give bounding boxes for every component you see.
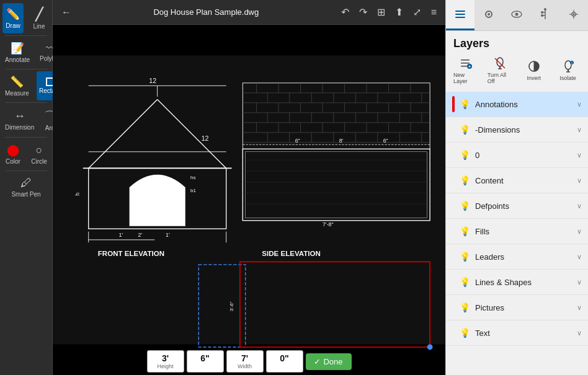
- layer-visibility-icon[interactable]: 💡: [460, 99, 470, 109]
- file-title: Dog House Plan Sample.dwg: [80, 7, 332, 17]
- layer-visibility-icon[interactable]: 💡: [460, 302, 470, 312]
- new-layer-button[interactable]: + New Layer: [451, 54, 481, 87]
- layer-expand-icon[interactable]: ∨: [577, 329, 582, 337]
- svg-text:SIDE ELEVATION: SIDE ELEVATION: [262, 250, 320, 257]
- layer-item-pictures[interactable]: 💡 Pictures ∨: [446, 295, 588, 320]
- layer-expand-icon[interactable]: ∨: [577, 202, 582, 210]
- undo-button[interactable]: ↶: [337, 4, 353, 20]
- layer-expand-icon[interactable]: ∨: [577, 177, 582, 185]
- layer-visibility-icon[interactable]: 💡: [460, 150, 470, 160]
- svg-text:FRONT ELEVATION: FRONT ELEVATION: [98, 250, 164, 257]
- back-button[interactable]: ←: [58, 4, 75, 20]
- svg-text:b1: b1: [190, 188, 196, 193]
- tab-tree[interactable]: [531, 0, 559, 30]
- canvas-area[interactable]: 12 1' 2' 1' 12 hs b1 h FRONT ELEVATION: [53, 25, 445, 375]
- fullscreen-button[interactable]: ⤢: [409, 4, 425, 20]
- layer-visibility-icon[interactable]: 💡: [460, 226, 470, 236]
- svg-text:hs: hs: [190, 175, 195, 180]
- menu-button[interactable]: ≡: [427, 4, 440, 20]
- svg-text:12: 12: [149, 77, 156, 84]
- annotate-icon: 📝: [11, 42, 24, 55]
- layer-item-0[interactable]: 💡 0 ∨: [446, 143, 588, 168]
- layer-active-indicator: [452, 274, 455, 290]
- layer-expand-icon[interactable]: ∨: [577, 253, 582, 261]
- new-layer-icon: +: [459, 56, 473, 70]
- tool-measure[interactable]: 📏 Measure: [2, 71, 32, 100]
- height-inches-field[interactable]: 6": [186, 350, 223, 373]
- top-bar-icons: ↶ ↷ ⊞ ⬆ ⤢ ≡: [337, 4, 440, 20]
- layer-item-content[interactable]: 💡 Content ∨: [446, 168, 588, 193]
- layer-item-annotations[interactable]: 💡 Annotations ∨: [446, 92, 588, 117]
- layer-item-dimensions[interactable]: 💡 -Dimensions ∨: [446, 117, 588, 143]
- tab-view[interactable]: [503, 0, 532, 30]
- tool-color[interactable]: ⬤ Color: [2, 139, 24, 169]
- svg-rect-93: [455, 14, 465, 15]
- tool-line[interactable]: ╱ Line: [29, 3, 50, 33]
- layer-active-indicator: [452, 198, 455, 214]
- layer-item-leaders[interactable]: 💡 Leaders ∨: [446, 244, 588, 270]
- done-button[interactable]: ✓ Done: [305, 353, 351, 370]
- redo-button[interactable]: ↷: [355, 4, 371, 20]
- tool-annotate[interactable]: 📝 Annotate: [2, 38, 32, 67]
- invert-button[interactable]: Invert: [519, 54, 550, 87]
- tool-smartpen[interactable]: 🖊 Smart Pen: [2, 173, 50, 201]
- layer-expand-icon[interactable]: ∨: [577, 278, 582, 286]
- layer-active-indicator: [452, 147, 455, 163]
- layer-visibility-icon[interactable]: 💡: [460, 277, 470, 287]
- layer-item-defpoints[interactable]: 💡 Defpoints ∨: [446, 193, 588, 219]
- width-feet-field[interactable]: 7' Width: [226, 350, 263, 373]
- isolate-button[interactable]: i Isolate: [553, 54, 583, 87]
- share-button[interactable]: ⬆: [391, 4, 407, 20]
- layer-visibility-icon[interactable]: 💡: [460, 201, 470, 211]
- settings-tab-icon: [567, 7, 581, 21]
- layers-title: Layers: [446, 31, 588, 54]
- bottom-bar: 3' Height 6" 7' Width 0" ✓ Done: [144, 348, 354, 375]
- layer-active-indicator: [452, 223, 455, 239]
- svg-point-102: [541, 11, 543, 14]
- circle-icon: ○: [36, 144, 43, 157]
- svg-text:12: 12: [202, 135, 209, 142]
- tab-properties[interactable]: [474, 0, 503, 30]
- svg-text:6": 6": [295, 138, 300, 144]
- svg-text:8': 8': [339, 138, 344, 144]
- svg-rect-107: [461, 60, 470, 61]
- line-icon: ╱: [35, 7, 43, 22]
- svg-point-96: [488, 13, 490, 15]
- layers-actions: + New Layer Turn All Off Invert: [446, 54, 588, 92]
- grid-button[interactable]: ⊞: [373, 4, 389, 20]
- layer-expand-icon[interactable]: ∨: [577, 227, 582, 236]
- layers-list: 💡 Annotations ∨ 💡 -Dimensions ∨ 💡 0 ∨ 💡 …: [446, 92, 588, 375]
- layer-item-fills[interactable]: 💡 Fills ∨: [446, 219, 588, 244]
- svg-point-98: [515, 13, 519, 16]
- layer-expand-icon[interactable]: ∨: [577, 126, 582, 134]
- drawing-canvas: 12 1' 2' 1' 12 hs b1 h FRONT ELEVATION: [53, 25, 445, 375]
- layer-visibility-icon[interactable]: 💡: [460, 252, 470, 262]
- tool-circle[interactable]: ○ Circle: [29, 139, 50, 169]
- layer-active-indicator: [452, 172, 455, 188]
- layer-item-text[interactable]: 💡 Text ∨: [446, 320, 588, 346]
- svg-text:2': 2': [138, 232, 143, 238]
- layer-active-indicator: [452, 121, 455, 138]
- svg-rect-0: [53, 55, 445, 344]
- layer-expand-icon[interactable]: ∨: [577, 304, 582, 312]
- layer-expand-icon[interactable]: ∨: [577, 100, 582, 108]
- svg-point-90: [427, 345, 433, 350]
- height-feet-field[interactable]: 3' Height: [146, 350, 184, 373]
- svg-text:h: h: [74, 193, 81, 196]
- tool-dimension[interactable]: ↔ Dimension: [2, 105, 37, 135]
- tab-settings[interactable]: [559, 0, 588, 30]
- layer-visibility-icon[interactable]: 💡: [460, 328, 470, 338]
- left-toolbar: ✏️ Draw ╱ Line 📝 Annotate 〰 Polyline 📏 M…: [0, 0, 53, 375]
- layer-item-lines-shapes[interactable]: 💡 Lines & Shapes ∨: [446, 270, 588, 295]
- layer-expand-icon[interactable]: ∨: [577, 151, 582, 159]
- tab-layers[interactable]: [446, 0, 474, 30]
- done-checkmark-icon: ✓: [314, 357, 321, 366]
- layer-visibility-icon[interactable]: 💡: [460, 125, 470, 135]
- layer-active-indicator: [452, 249, 455, 265]
- smartpen-icon: 🖊: [20, 177, 32, 190]
- tool-draw[interactable]: ✏️ Draw: [2, 3, 24, 33]
- width-inches-field[interactable]: 0": [265, 350, 303, 373]
- layer-visibility-icon[interactable]: 💡: [460, 175, 470, 185]
- layer-active-indicator: [452, 325, 455, 341]
- turn-all-off-button[interactable]: Turn All Off: [485, 54, 515, 87]
